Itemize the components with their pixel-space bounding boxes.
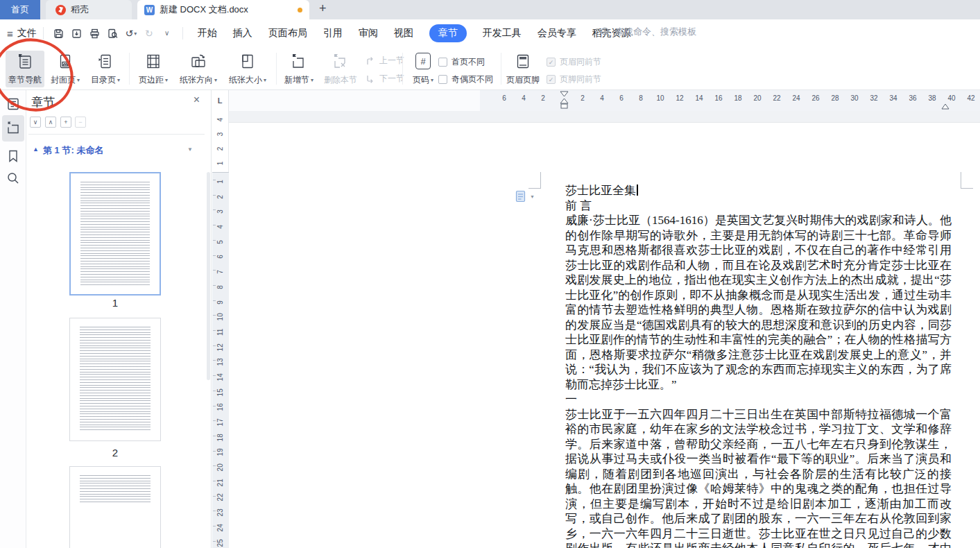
menu-tab[interactable]: 开发工具 [483,27,522,40]
chevron-down-icon: ▾ [264,77,266,83]
cover-page-icon [56,53,74,71]
close-icon[interactable]: × [194,94,200,105]
ruler-number: 28 [825,94,845,102]
page-number-label: 2 [69,447,161,459]
margins-button[interactable]: 页边距▾ [133,51,173,87]
command-search[interactable]: 查找命令、搜索模板 [600,26,696,38]
page-number-button[interactable]: # 页码▾ [408,51,438,87]
expand-all-button[interactable]: ∧ [45,117,56,128]
add-section-button[interactable]: + [60,117,71,128]
doc-paragraph-2: 莎士比亚于一五六四年四月二十三日出生在英国中部斯特拉福德城一个富裕的市民家庭，幼… [565,407,952,548]
checkbox-icon[interactable] [438,58,447,67]
divider [129,53,130,85]
ruler-numbers-left: 642 [495,94,553,102]
tab-document-title: 新建 DOCX 文档.docx [160,3,248,16]
prev-section-button[interactable]: 上一节 [365,55,404,67]
panel-title: 章节 [31,94,55,110]
toc-page-button[interactable]: 目录页▾ [85,51,126,87]
checkbox-checked-icon[interactable]: ✓ [547,75,556,84]
document-text[interactable]: 莎士比亚全集 前 言 威廉·莎士比亚（1564-1616）是英国文艺复兴时期伟大… [565,183,952,548]
export-button[interactable] [68,24,86,42]
chevron-up-icon: ∧ [49,119,53,126]
chapter-navigation-button[interactable]: 章节导航 [6,51,44,87]
section-icon [6,121,20,135]
redo-button[interactable]: ↻ [140,24,158,42]
right-indent-marker-icon[interactable] [941,103,949,110]
ruler-number: 12 [670,94,689,102]
menu-tab[interactable]: 开始 [198,27,217,40]
save-button[interactable] [50,24,68,42]
chevron-down-icon[interactable]: ▼ [187,146,193,153]
divider [182,27,183,40]
divider [402,53,403,85]
new-section-label: 新增节 [284,74,309,86]
menu-tab-list: 开始插入页面布局引用审阅视图章节开发工具会员专享稻壳资源 [198,24,631,42]
outline-panel-button[interactable] [6,97,20,112]
ruler-number: 6 [612,94,631,102]
triangle-expanded-icon[interactable]: ▲ [33,146,39,153]
paragraph-style-button[interactable]: ▼ [515,190,535,203]
menu-tab[interactable]: 插入 [233,27,252,40]
ruler-number: 24 [786,94,806,102]
undo-button[interactable]: ↺▾ [122,24,140,42]
section-header[interactable]: ▲ 第 1 节: 未命名 ▼ [27,143,211,158]
indent-marker-icon[interactable] [559,91,569,110]
menu-tab[interactable]: 审阅 [359,27,378,40]
vertical-ruler[interactable]: 4321 12345678910111213141516171819202122… [212,111,229,548]
paper-orientation-button[interactable]: 纸张方向▾ [175,51,222,87]
undo-icon: ↺ [125,28,133,38]
menu-tab[interactable]: 引用 [323,27,343,40]
doc-section-mark-1: 一 [565,392,952,407]
ruler-number: 36 [903,94,922,102]
find-panel-button[interactable] [6,171,20,187]
writer-logo-icon: W [144,5,155,15]
checkbox-odd-even-diff[interactable]: 奇偶页不同 [438,74,493,85]
thumbnail-text-preview [80,327,151,432]
new-section-button[interactable]: 新增节▾ [280,51,318,87]
divider [28,134,205,135]
checkbox-header-same-prev[interactable]: ✓ 页眉同前节 [547,56,601,68]
tab-docer[interactable]: 稻壳 [46,0,132,19]
new-section-icon [290,53,308,71]
ruler-number: 34 [884,94,903,102]
checkbox-icon[interactable] [438,75,447,84]
minus-icon: − [78,119,82,126]
tab-stop-selector[interactable]: L [212,90,229,111]
tab-home[interactable]: 首页 [0,0,40,19]
paper-size-button[interactable]: 纸张大小▾ [225,51,270,87]
file-menu-button[interactable]: ≡ 文件 [7,27,37,40]
page-thumbnail-3[interactable] [69,466,161,548]
checkbox-first-page-diff[interactable]: 首页不同 [438,56,485,68]
print-preview-button[interactable] [104,24,122,42]
print-button[interactable] [86,24,104,42]
chapter-panel-button[interactable] [6,121,20,136]
menu-tab[interactable]: 页面布局 [268,27,307,40]
docer-logo-icon [55,5,66,15]
ruler-number: 2 [573,94,592,102]
chevron-down-icon: ∨ [164,30,169,37]
collapse-all-button[interactable]: ∨ [30,117,41,128]
ruler-numbers-right: 24681012141618202224262830323436384042 [573,94,980,102]
cover-page-button[interactable]: 封面页▾ [46,51,85,87]
header-footer-button[interactable]: 页眉页脚 [505,51,541,87]
text-boundary-mark-left [528,172,541,189]
delete-section-button[interactable]: 删除本节 [319,51,362,87]
checkbox-footer-same-prev[interactable]: ✓ 页脚同前节 [547,74,601,85]
hamburger-icon: ≡ [7,28,13,40]
menu-tab[interactable]: 会员专享 [538,27,576,40]
toolbar-more-button[interactable]: ∨ [158,24,176,42]
menu-tab[interactable]: 视图 [394,27,413,40]
tab-document-active[interactable]: W 新建 DOCX 文档.docx [137,0,309,19]
menu-tab[interactable]: 章节 [429,24,467,42]
bookmark-panel-button[interactable] [6,149,20,164]
checkbox-checked-icon[interactable]: ✓ [547,58,556,67]
next-section-button[interactable]: 下一节 [365,73,404,85]
divider [276,53,277,85]
plus-icon: + [64,119,67,126]
remove-section-button[interactable]: − [75,117,86,128]
new-tab-button[interactable]: + [319,2,327,17]
panel-scrollbar[interactable] [207,172,210,380]
page-thumbnail-1[interactable] [69,172,161,296]
page-thumbnail-2[interactable] [69,318,161,441]
paper-size-icon [239,53,257,71]
